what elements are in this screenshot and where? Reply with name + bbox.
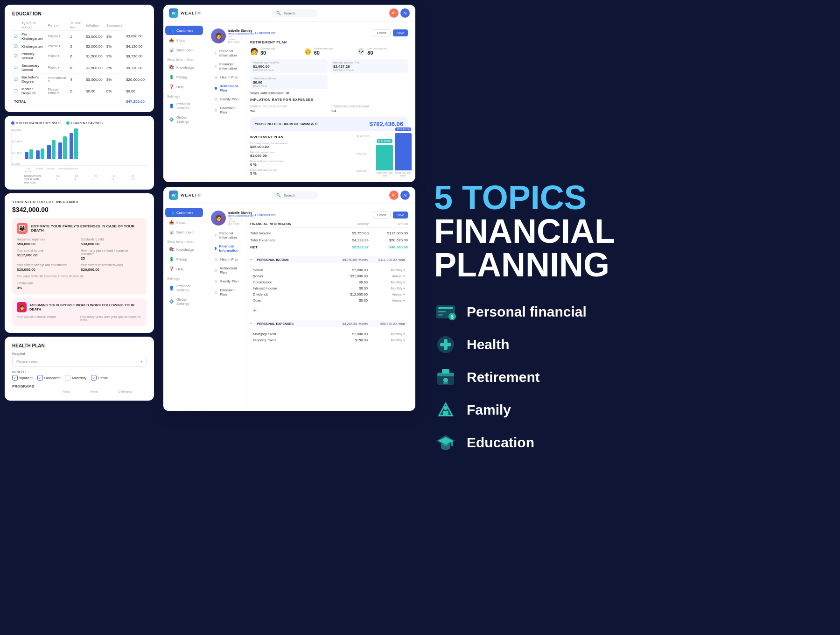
user-avatar-icon-2[interactable]: N (400, 190, 410, 200)
more-icon-2[interactable]: ⋮ (238, 215, 244, 221)
export-button[interactable]: Export (373, 29, 391, 36)
nav-retirement-plan[interactable]: Retirement Plan (211, 82, 244, 94)
sidebar-item-personal-settings-2[interactable]: 👤 Personal Settings (165, 282, 203, 295)
more-icon[interactable]: ⋮ (238, 33, 244, 39)
nav-label-education-2: Education Plan (220, 288, 240, 296)
personal-settings-icon: 👤 (169, 104, 174, 108)
check-outpatient[interactable]: ✓ Outpatient (37, 375, 61, 381)
add-income-btn[interactable]: + (250, 303, 408, 315)
search-input-2[interactable] (283, 193, 311, 198)
savings-banner: YOU'LL NEED RETIREMENT SAVINGS OF $782,4… (250, 117, 408, 131)
search-bar[interactable]: 🔍 (272, 9, 318, 17)
sidebar-item-personal-settings[interactable]: 👤 Personal Settings (165, 99, 203, 113)
sidebar-item-customers[interactable]: 👥 Customers (165, 26, 203, 35)
sidebar-item-knowledge[interactable]: 📚 Knowledge (165, 63, 203, 72)
x-age-4: 41 (112, 175, 116, 177)
skull-icon: 💀 (357, 48, 365, 55)
nav-items-left: Personal Information Financial Informati… (211, 47, 244, 116)
row-check[interactable]: ☐ (12, 85, 20, 97)
back-link[interactable]: ← Customer list (250, 31, 275, 35)
row-period: 6 (68, 50, 84, 62)
bonus-dropdown[interactable]: Annual ▾ (368, 274, 405, 278)
notification-icon-2[interactable]: 🔔 (389, 190, 399, 200)
row-check[interactable]: ☑ (12, 62, 20, 74)
sidebar-item-global-settings[interactable]: ⚙️ Global Settings (165, 113, 203, 126)
salary-dropdown[interactable]: Monthly ▾ (368, 268, 405, 272)
nav-label-family-2: Family Plan (220, 279, 238, 283)
hospital-select[interactable]: Please select ▾ (12, 357, 147, 367)
sidebar-item-knowledge-2[interactable]: 📚 Knowledge (165, 245, 203, 254)
nav-health-plan[interactable]: Health Plan (211, 73, 244, 81)
sidebar-item-customers-2[interactable]: 👥 Customers (165, 208, 203, 217)
inheritance-field: Inheritance Money $0.00 $0.00 /year (250, 75, 328, 89)
user-avatar-icon[interactable]: N (400, 8, 410, 18)
check-inpatient[interactable]: ✓ Inpatient (12, 375, 33, 381)
customer-mini-info-2: Isabelle Stanley stanley.d@hotmail.com L… (228, 211, 237, 226)
nav-personal-info[interactable]: Personal Information (211, 47, 244, 59)
topic-label-personal: Personal financial (467, 304, 587, 320)
search-input[interactable] (283, 11, 311, 15)
checkbox-maternity[interactable] (65, 375, 70, 381)
nav-dot-personal (215, 52, 217, 55)
years-row: Years until retirement: 30 (250, 92, 408, 95)
app-body-retirement: 👥 Customers 📥 Inbox 📊 Dashboard Shop Inf… (163, 22, 415, 182)
save-button[interactable]: Save (393, 29, 408, 36)
collapse-icon-expenses[interactable]: − (250, 321, 252, 325)
row-tuition: $0.00 (84, 85, 105, 97)
mortgage-dropdown[interactable]: Monthly ▾ (368, 332, 405, 336)
global-settings-icon-2: ⚙️ (169, 299, 174, 304)
salary-row: Salary $7,000.00 Monthly ▾ (250, 267, 408, 273)
nav-family-plan-2[interactable]: Family Plan (211, 277, 244, 285)
other-row: Other $0.00 Annual ▾ (250, 297, 408, 303)
notification-icon[interactable]: 🔔 (389, 8, 399, 18)
sidebar-item-inbox[interactable]: 📥 Inbox (165, 35, 203, 45)
total-expenses-row: Total Expenses $4,128.34 $50,620.00 (250, 237, 408, 244)
sidebar-label-dashboard: Dashboard (176, 48, 194, 52)
check-dental[interactable]: ✓ Dental (91, 375, 108, 381)
nav-education-plan-2[interactable]: Education Plan (211, 286, 244, 298)
save-button-2[interactable]: Save (393, 212, 408, 219)
export-button-2[interactable]: Export (373, 212, 391, 219)
sidebar-item-inbox-2[interactable]: 📥 Inbox (165, 218, 203, 227)
sidebar-item-help[interactable]: ❓ Help (165, 82, 203, 92)
row-tuition: $2,000.00 (84, 42, 105, 50)
sidebar-item-help-2[interactable]: ❓ Help (165, 264, 203, 274)
sidebar-item-dashboard[interactable]: 📊 Dashboard (165, 45, 203, 55)
sidebar-label-inbox-2: Inbox (176, 220, 185, 225)
action-buttons: Export Save (373, 29, 408, 36)
nav-education-plan[interactable]: Education Plan (211, 104, 244, 116)
health-title: HEALTH PLAN (12, 343, 147, 348)
topic-education: Education (434, 431, 826, 454)
other-dropdown[interactable]: Annual ▾ (368, 298, 405, 303)
nav-family-plan[interactable]: Family Plan (211, 95, 244, 103)
sidebar-item-dashboard-2[interactable]: 📊 Dashboard (165, 227, 203, 237)
checkbox-outpatient[interactable]: ✓ (37, 375, 43, 381)
row-check[interactable]: ☑ (12, 31, 20, 42)
interest-dropdown[interactable]: Monthly ▾ (368, 286, 405, 290)
sidebar-item-pricing-2[interactable]: 💲 Pricing (165, 254, 203, 264)
nav-retirement-plan-2[interactable]: Retirement Plan (211, 264, 244, 276)
collapse-icon[interactable]: − (250, 257, 252, 261)
prog-col-have: Have (91, 390, 119, 393)
back-link-2[interactable]: ← Customer list (250, 213, 275, 217)
retirement-section-title: RETIREMENT PLAN (250, 40, 408, 44)
checkbox-dental[interactable]: ✓ (91, 375, 97, 381)
checkbox-inpatient[interactable]: ✓ (12, 375, 18, 381)
row-check[interactable]: ☑ (12, 50, 20, 62)
row-check[interactable]: ☑ (12, 74, 20, 85)
row-check[interactable]: ☑ (12, 42, 20, 50)
nav-financial-info[interactable]: Financial Information (211, 60, 244, 72)
sidebar-item-global-settings-2[interactable]: ⚙️ Global Settings (165, 295, 203, 308)
property-dropdown[interactable]: Monthly ▾ (368, 338, 405, 342)
nav-financial-info-2[interactable]: Financial Information (211, 242, 244, 254)
check-maternity[interactable]: Maternity (65, 375, 86, 381)
nav-personal-info-2[interactable]: Personal Information (211, 229, 244, 241)
sidebar-item-pricing[interactable]: 💲 Pricing (165, 72, 203, 82)
commission-dropdown[interactable]: Monthly ▾ (368, 280, 405, 284)
personal-expenses-toggle[interactable]: − PERSONAL EXPENSES $4,218.34 /Month $50… (250, 318, 408, 329)
bar-blue-5 (70, 133, 73, 159)
personal-income-toggle[interactable]: − PERSONAL INCOME $9,750.00 /Month $111,… (250, 254, 408, 265)
dividends-dropdown[interactable]: Annual ▾ (368, 292, 405, 296)
search-bar-2[interactable]: 🔍 (272, 191, 318, 199)
nav-health-plan-2[interactable]: Health Plan (211, 255, 244, 263)
